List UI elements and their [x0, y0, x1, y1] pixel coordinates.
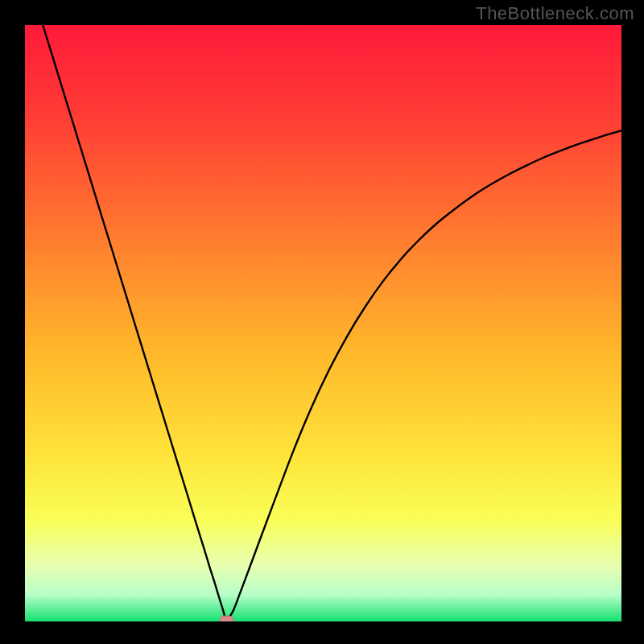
optimum-marker	[220, 616, 233, 621]
watermark-text: TheBottleneck.com	[476, 3, 634, 24]
chart-frame: TheBottleneck.com	[0, 0, 644, 644]
bottleneck-chart	[25, 25, 621, 621]
gradient-background	[25, 25, 621, 621]
